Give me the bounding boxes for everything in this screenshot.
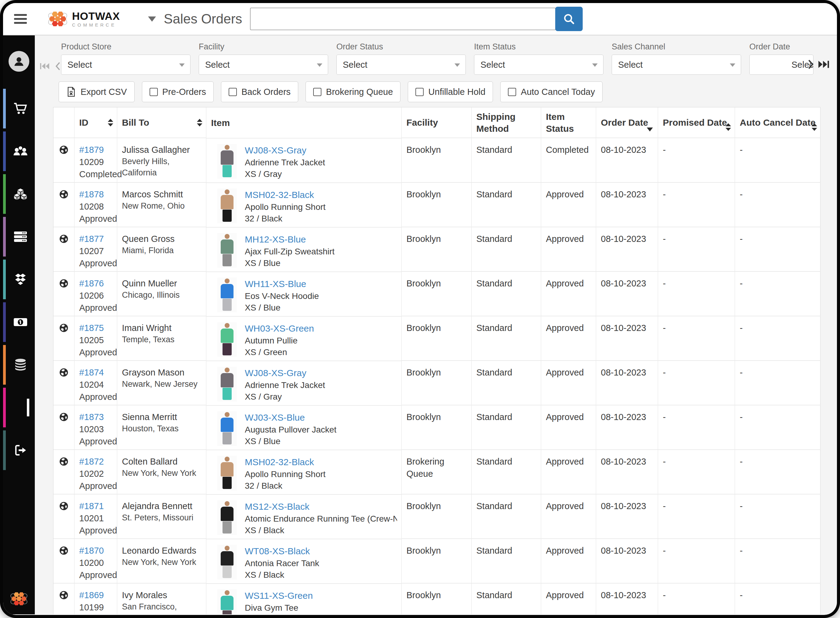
globe-icon [59, 548, 69, 557]
sort-id-icon[interactable] [108, 119, 113, 126]
product-thumbnail [217, 500, 237, 535]
item-sku-link[interactable]: WJ03-XS-Blue [245, 412, 305, 422]
filter-select[interactable]: Select [61, 55, 191, 75]
order-id-link[interactable]: #1869 [79, 590, 104, 600]
filter-toggle-button[interactable]: Pre-Orders [142, 82, 214, 102]
order-date-cell: 08-10-2023 [596, 138, 658, 183]
order-id-link[interactable]: #1875 [79, 323, 104, 333]
sidebar-item-payments[interactable] [3, 301, 35, 343]
pagination-last-icon[interactable] [818, 59, 830, 70]
item-sku-link[interactable]: WJ08-XS-Gray [245, 145, 307, 155]
pagination-first-icon[interactable] [40, 62, 50, 71]
auto-cancel-date-cell: - [735, 494, 821, 539]
order-status: Approved [79, 212, 113, 225]
filter-select[interactable]: Select [474, 55, 603, 75]
item-sku-link[interactable]: WH11-XS-Blue [245, 279, 306, 289]
search-input[interactable] [250, 7, 556, 30]
filter-toggle-button[interactable]: Auto Cancel Today [500, 82, 603, 102]
order-id-link[interactable]: #1873 [79, 412, 104, 422]
sort-order-date-icon[interactable] [647, 128, 653, 131]
filter-select[interactable]: Select [612, 55, 741, 75]
promised-date-cell: - [658, 272, 735, 316]
table-row: #1874 10204 Approved Grayson Mason Newar… [54, 361, 821, 405]
table-header-row: ID Bill To Item Facility Shipping Method… [54, 107, 821, 138]
sidebar-item-integrations[interactable] [3, 258, 35, 301]
item-variant: 32 / Black [245, 480, 326, 492]
server-icon [13, 230, 28, 243]
hamburger-menu-icon[interactable] [14, 14, 27, 24]
facility-cell: Brooklyn [401, 316, 471, 361]
export-csv-button[interactable]: Export CSV [59, 82, 135, 102]
search-icon [563, 13, 575, 25]
sidebar-item-jobs[interactable] [3, 343, 35, 386]
item-sku-link[interactable]: WH03-XS-Green [245, 323, 314, 333]
facility-cell: Brooklyn [401, 227, 471, 272]
col-facility: Facility [401, 107, 471, 138]
item-sku-link[interactable]: MSH02-32-Black [245, 190, 314, 200]
order-number: 10207 [79, 245, 113, 257]
auto-cancel-date-cell: - [735, 272, 821, 316]
sort-auto-cancel-date-icon[interactable] [812, 123, 817, 131]
item-sku-link[interactable]: WS11-XS-Green [245, 591, 313, 601]
promised-date-cell: - [658, 183, 735, 227]
col-globe [54, 107, 74, 138]
sidebar-item-cursor[interactable] [3, 386, 35, 429]
globe-icon [59, 147, 69, 156]
globe-icon [59, 191, 69, 201]
item-sku-link[interactable]: WT08-XS-Black [245, 546, 310, 556]
user-avatar[interactable] [9, 51, 29, 72]
sidebar-item-facilities[interactable] [3, 215, 35, 258]
filter-toggle-button[interactable]: Unfillable Hold [408, 82, 493, 102]
sidebar-item-logout[interactable] [3, 429, 35, 472]
page-menu-caret-icon[interactable] [148, 16, 156, 22]
checkbox-icon [508, 88, 516, 96]
order-id-link[interactable]: #1877 [79, 234, 104, 244]
order-id-link[interactable]: #1874 [79, 368, 104, 377]
order-number: 10203 [79, 423, 113, 435]
order-date-cell: 08-10-2023 [596, 316, 658, 361]
search-button[interactable] [555, 7, 583, 31]
order-date-cell: 08-10-2023 [596, 539, 658, 583]
item-sku-link[interactable]: MH12-XS-Blue [245, 234, 306, 244]
order-date-cell: 08-10-2023 [596, 450, 658, 494]
order-id-link[interactable]: #1872 [79, 457, 104, 466]
col-item: Item [206, 107, 401, 138]
sort-promised-date-icon[interactable] [725, 123, 731, 131]
sidebar-item-products[interactable] [3, 173, 35, 215]
pagination-previous-icon[interactable] [54, 62, 61, 71]
item-variant: XS / Green [245, 346, 314, 358]
money-icon [13, 316, 28, 328]
item-status-cell: Approved [541, 183, 596, 227]
filter-select[interactable]: Select [199, 55, 328, 75]
item-sku-link[interactable]: MSH02-32-Black [245, 457, 314, 467]
item-variant: 32 / Black [245, 213, 326, 225]
sidebar-item-orders[interactable] [3, 87, 35, 130]
pagination-next-icon[interactable] [807, 59, 815, 70]
order-id-link[interactable]: #1870 [79, 546, 104, 556]
table-row: #1877 10207 Approved Queen Gross Miami, … [54, 227, 821, 272]
item-variant: XS / Blue [245, 435, 337, 447]
filter-select[interactable]: Select [749, 55, 813, 75]
sort-bill-to-icon[interactable] [197, 119, 203, 126]
product-thumbnail [217, 456, 237, 490]
order-id-link[interactable]: #1879 [79, 145, 104, 154]
filters: Product Store Select Facility Select Ord… [61, 42, 815, 75]
filter-select[interactable]: Select [337, 55, 466, 75]
auto-cancel-date-cell: - [735, 539, 821, 583]
auto-cancel-date-cell: - [735, 361, 821, 405]
order-id-link[interactable]: #1878 [79, 189, 104, 199]
globe-icon [59, 459, 69, 468]
order-id-link[interactable]: #1871 [79, 501, 104, 511]
promised-date-cell: - [658, 361, 735, 405]
order-status: Approved [79, 257, 113, 269]
nav-color-strip [3, 174, 6, 214]
filter-toggle-button[interactable]: Back Orders [221, 82, 298, 102]
chevron-down-icon [454, 64, 460, 67]
filter-toggle-button[interactable]: Brokering Queue [305, 82, 401, 102]
item-sku-link[interactable]: WJ08-XS-Gray [245, 368, 307, 378]
product-thumbnail [217, 367, 237, 401]
item-sku-link[interactable]: MS12-XS-Black [245, 502, 310, 511]
sidebar-item-customers[interactable] [3, 130, 35, 173]
product-thumbnail [217, 589, 237, 614]
order-id-link[interactable]: #1876 [79, 278, 104, 288]
